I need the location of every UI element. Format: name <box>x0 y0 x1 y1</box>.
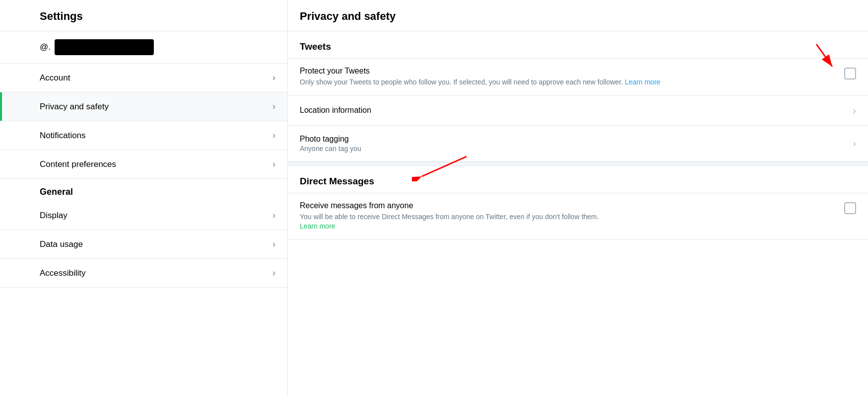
sidebar-item-account[interactable]: Account › <box>0 64 287 92</box>
chevron-right-icon: › <box>853 105 856 116</box>
red-arrow-checkbox-annotation <box>811 42 841 72</box>
chevron-right-icon: › <box>853 138 856 149</box>
location-information-item[interactable]: Location information › <box>288 96 868 126</box>
sidebar-item-display[interactable]: Display › <box>0 201 287 230</box>
receive-messages-text: Receive messages from anyone You will be… <box>300 201 844 232</box>
receive-messages-item: Receive messages from anyone You will be… <box>288 193 868 240</box>
main-content: Privacy and safety Tweets Protect your T… <box>288 0 868 396</box>
sidebar-item-data-usage-label: Data usage <box>40 239 83 249</box>
sidebar-item-content-preferences-label: Content preferences <box>40 159 116 169</box>
sidebar-item-content-preferences[interactable]: Content preferences › <box>0 150 287 179</box>
sidebar-item-accessibility[interactable]: Accessibility › <box>0 259 287 288</box>
chevron-right-icon: › <box>272 101 275 112</box>
protect-tweets-desc: Only show your Tweets to people who foll… <box>300 78 834 87</box>
chevron-right-icon: › <box>272 130 275 141</box>
svg-line-3 <box>816 44 832 67</box>
protect-tweets-text: Protect your Tweets Only show your Tweet… <box>300 67 844 87</box>
receive-messages-label: Receive messages from anyone <box>300 201 834 210</box>
tweets-section-title: Tweets <box>288 31 868 59</box>
receive-messages-desc: You will be able to receive Direct Messa… <box>300 212 834 232</box>
photo-tagging-text: Photo tagging Anyone can tag you <box>300 135 361 153</box>
sidebar-item-notifications[interactable]: Notifications › <box>0 121 287 150</box>
photo-tagging-item[interactable]: Photo tagging Anyone can tag you › <box>288 126 868 162</box>
section-divider <box>288 162 868 166</box>
receive-messages-checkbox[interactable] <box>844 202 856 214</box>
active-indicator <box>0 92 1 121</box>
chevron-right-icon: › <box>272 210 275 221</box>
protect-tweets-item: Protect your Tweets Only show your Tweet… <box>288 59 868 96</box>
username-redacted <box>55 39 154 55</box>
sidebar-item-account-label: Account <box>40 73 70 83</box>
sidebar-item-notifications-label: Notifications <box>40 131 86 141</box>
sidebar-item-privacy-safety-label: Privacy and safety <box>40 102 109 112</box>
direct-messages-section-title: Direct Messages <box>288 166 868 193</box>
sidebar-item-accessibility-label: Accessibility <box>40 268 86 278</box>
protect-tweets-learn-more-link[interactable]: Learn more <box>625 78 661 86</box>
sidebar: Settings @. Account › Privacy and safety… <box>0 0 288 396</box>
chevron-right-icon: › <box>272 159 275 169</box>
page-title: Privacy and safety <box>288 0 868 31</box>
svg-line-5 <box>422 157 467 176</box>
receive-messages-learn-more-link[interactable]: Learn more <box>300 222 335 230</box>
sidebar-general-header: General <box>0 179 287 201</box>
sidebar-username: @. <box>0 31 287 64</box>
chevron-right-icon: › <box>272 73 275 83</box>
chevron-right-icon: › <box>272 268 275 278</box>
protect-tweets-label: Protect your Tweets <box>300 67 834 76</box>
photo-tagging-label: Photo tagging <box>300 135 361 144</box>
sidebar-item-data-usage[interactable]: Data usage › <box>0 230 287 259</box>
chevron-right-icon: › <box>272 239 275 249</box>
location-information-label: Location information <box>300 106 371 115</box>
username-at-symbol: @. <box>40 42 51 52</box>
protect-tweets-checkbox[interactable] <box>844 68 856 79</box>
photo-tagging-sublabel: Anyone can tag you <box>300 145 361 153</box>
sidebar-item-display-label: Display <box>40 211 67 221</box>
sidebar-title: Settings <box>0 0 287 31</box>
red-arrow-photo-annotation <box>412 154 471 181</box>
sidebar-item-privacy-safety[interactable]: Privacy and safety › <box>0 92 287 121</box>
